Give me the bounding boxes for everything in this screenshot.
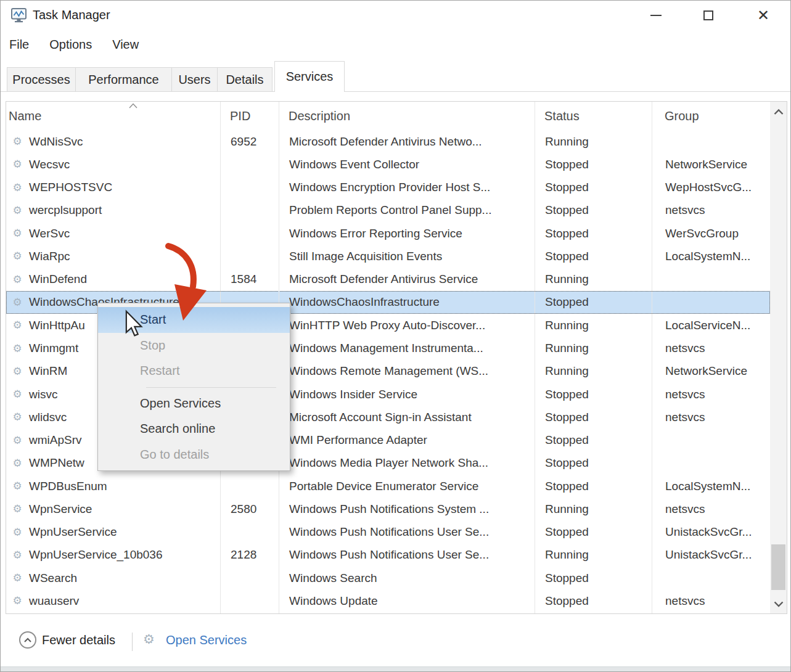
service-group: netsvcs	[652, 388, 771, 401]
scrollbar-thumb[interactable]	[771, 544, 785, 590]
tab-performance[interactable]: Performance	[75, 67, 172, 92]
minimize-icon	[650, 15, 662, 16]
service-description: Windows Management Instrumenta...	[279, 342, 535, 355]
maximize-button[interactable]	[694, 1, 723, 30]
table-row[interactable]: ⚙WerSvc Windows Error Reporting Service …	[6, 222, 770, 245]
scroll-up-button[interactable]	[770, 102, 787, 121]
footer-bar: Fewer details ⚙ Open Services	[1, 614, 790, 668]
service-description: Windows Event Collector	[279, 158, 535, 171]
service-gear-icon: ⚙	[10, 365, 24, 378]
tab-users[interactable]: Users	[171, 67, 218, 92]
footer-separator	[132, 633, 133, 651]
title-bar: Task Manager ✕	[1, 1, 790, 30]
column-header-group[interactable]: Group	[652, 102, 770, 130]
table-row[interactable]: ⚙WpnUserService_10b036 2128 Windows Push…	[6, 544, 770, 567]
context-menu-item-search-online[interactable]: Search online	[98, 416, 290, 442]
list-header: Name PID Description Status Group	[6, 102, 770, 130]
context-menu-item-restart[interactable]: Restart	[98, 358, 290, 384]
service-status: Running	[535, 135, 652, 149]
service-description: Windows Encryption Provider Host S...	[279, 181, 535, 194]
service-gear-icon: ⚙	[10, 434, 24, 447]
tab-services[interactable]: Services	[274, 61, 345, 92]
service-gear-icon: ⚙	[10, 411, 24, 424]
chevron-down-icon	[773, 600, 784, 607]
service-pid: 2128	[221, 548, 279, 562]
service-pid: 1584	[221, 272, 279, 286]
tab-processes[interactable]: Processes	[7, 67, 76, 92]
open-services-link[interactable]: Open Services	[166, 633, 247, 647]
service-status: Stopped	[535, 203, 652, 217]
context-menu-item-stop[interactable]: Stop	[98, 333, 290, 359]
context-menu-separator	[146, 387, 276, 388]
service-description: Windows Push Notifications System ...	[279, 502, 535, 516]
service-name-cell: ⚙WerSvc	[7, 227, 221, 240]
service-group: LocalServiceN...	[652, 319, 771, 332]
table-row[interactable]: ⚙wuauserv Windows Update Stopped netsvcs	[6, 589, 770, 612]
service-description: Windows Search	[279, 572, 535, 585]
table-row[interactable]: ⚙WEPHOSTSVC Windows Encryption Provider …	[6, 176, 770, 199]
maximize-icon	[703, 10, 713, 20]
table-row[interactable]: ⚙wercplsupport Problem Reports Control P…	[6, 199, 770, 222]
scroll-down-button[interactable]	[770, 594, 787, 613]
service-name: WerSvc	[29, 227, 70, 240]
close-button[interactable]: ✕	[748, 1, 778, 30]
table-row[interactable]: ⚙WPDBusEnum Portable Device Enumerator S…	[6, 475, 770, 498]
tab-details[interactable]: Details	[217, 67, 273, 92]
column-header-pid[interactable]: PID	[220, 102, 279, 130]
service-description: Microsoft Account Sign-in Assistant	[279, 411, 535, 424]
vertical-scrollbar[interactable]	[770, 102, 787, 613]
fewer-details-button[interactable]: Fewer details	[19, 631, 115, 649]
service-name: WinRM	[29, 364, 67, 378]
column-label: Description	[289, 109, 350, 123]
service-status: Running	[535, 548, 652, 562]
service-gear-icon: ⚙	[10, 296, 24, 309]
column-header-description[interactable]: Description	[279, 102, 535, 130]
service-name: WinDefend	[29, 272, 87, 286]
close-icon: ✕	[757, 8, 769, 23]
table-row[interactable]: ⚙WdNisSvc 6952 Microsoft Defender Antivi…	[6, 130, 770, 153]
chevron-up-icon	[773, 109, 784, 115]
table-row[interactable]: ⚙WiaRpc Still Image Acquisition Events S…	[6, 245, 770, 268]
service-description: Windows Push Notifications User Se...	[279, 525, 535, 539]
service-name-cell: ⚙WpnService	[7, 502, 221, 516]
service-gear-icon: ⚙	[10, 457, 24, 470]
menubar-item[interactable]: File	[9, 38, 29, 52]
table-row[interactable]: ⚙WinDefend 1584 Microsoft Defender Antiv…	[6, 268, 770, 291]
service-name: WPDBusEnum	[29, 480, 107, 493]
column-header-status[interactable]: Status	[535, 102, 652, 130]
service-name: WpnUserService	[29, 525, 117, 539]
service-gear-icon: ⚙	[10, 594, 24, 607]
column-header-name[interactable]: Name	[6, 102, 220, 130]
service-name-cell: ⚙WinDefend	[7, 272, 221, 286]
service-name-cell: ⚙Wecsvc	[7, 158, 221, 171]
task-manager-window: Task Manager ✕ FileOptionsView Processes…	[0, 0, 791, 672]
table-row[interactable]: ⚙WpnUserService Windows Push Notificatio…	[6, 521, 770, 544]
service-group: LocalSystemN...	[652, 250, 771, 263]
menubar-item[interactable]: Options	[49, 38, 92, 52]
service-description: WindowsChaosInfrastructure	[279, 295, 535, 309]
table-row[interactable]: ⚙WSearch Windows Search Stopped	[6, 567, 770, 589]
service-group: NetworkService	[652, 364, 771, 378]
service-status: Stopped	[535, 572, 652, 585]
service-gear-icon: ⚙	[10, 502, 24, 515]
service-status: Stopped	[535, 433, 652, 447]
service-gear-icon: ⚙	[10, 480, 24, 493]
service-name-cell: ⚙WiaRpc	[7, 250, 221, 263]
service-status: Stopped	[535, 525, 652, 539]
table-row[interactable]: ⚙WpnService 2580 Windows Push Notificati…	[6, 498, 770, 520]
service-gear-icon: ⚙	[10, 388, 24, 401]
service-name-cell: ⚙WpnUserService	[7, 525, 221, 539]
service-description: Portable Device Enumerator Service	[279, 480, 535, 493]
menubar-item[interactable]: View	[112, 38, 139, 52]
service-name-cell: ⚙WdNisSvc	[7, 135, 221, 149]
table-row[interactable]: ⚙Wecsvc Windows Event Collector Stopped …	[6, 153, 770, 176]
context-menu-item-start[interactable]: Start	[98, 307, 290, 333]
context-menu-item-open-services[interactable]: Open Services	[98, 391, 290, 417]
service-name: WinHttpAu	[29, 319, 85, 332]
context-menu-item-go-to-details[interactable]: Go to details	[98, 442, 290, 468]
minimize-button[interactable]	[641, 1, 671, 30]
service-name-cell: ⚙WPDBusEnum	[7, 480, 221, 493]
service-gear-icon: ⚙	[10, 342, 24, 355]
service-description: WMI Performance Adapter	[279, 433, 535, 447]
service-status: Stopped	[535, 250, 652, 263]
